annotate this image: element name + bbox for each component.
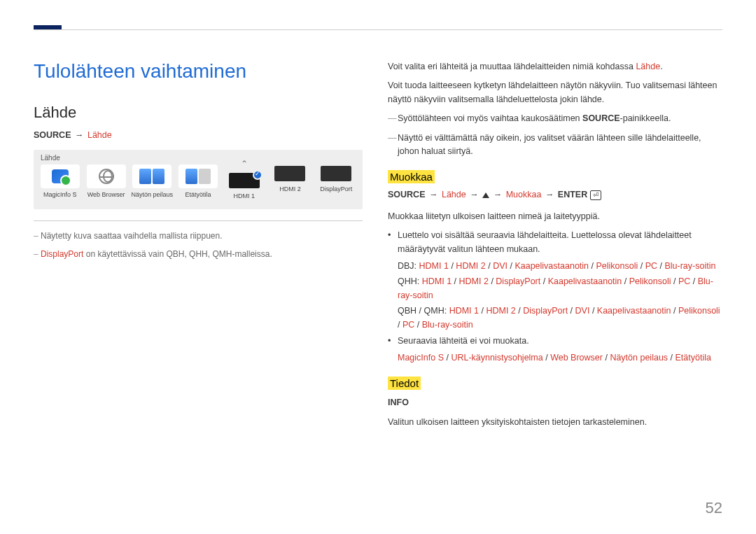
model-items: HDMI 1 / HDMI 2 / DisplayPort / Kaapeliv…: [398, 276, 713, 300]
source-item-webbrowser[interactable]: Web Browser: [85, 164, 127, 198]
bc-red: Lähde: [442, 190, 466, 199]
enter-icon: ⏎: [590, 190, 601, 200]
model-qhh: QHH: HDMI 1 / HDMI 2 / DisplayPort / Kaa…: [398, 274, 722, 302]
nomod-list: MagicInfo S / URL-käynnistysohjelma / We…: [398, 351, 722, 365]
separator: [34, 220, 363, 221]
source-item-hdmi2[interactable]: HDMI 2: [270, 164, 312, 192]
dash-note-source: Syöttölähteen voi myös vaihtaa kaukosäät…: [388, 112, 722, 125]
text: Voit valita eri lähteitä ja muuttaa lähd…: [388, 62, 636, 71]
breadcrumb-lahde: SOURCE → Lähde: [34, 130, 363, 140]
source-item-magicinfo[interactable]: MagicInfo S: [39, 164, 81, 198]
bc-kw: ENTER: [558, 190, 587, 199]
text: -painikkeella.: [620, 113, 671, 123]
intro-line-1: Voit valita eri lähteitä ja muuttaa lähd…: [388, 60, 722, 73]
left-column: Tulolähteen vaihtaminen Lähde SOURCE → L…: [34, 60, 363, 492]
text: .: [660, 62, 662, 71]
note-image-vary: Näytetty kuva saattaa vaihdella mallista…: [34, 230, 363, 242]
source-label: Näytön peilaus: [132, 191, 174, 198]
displayport-box-icon: [318, 164, 354, 183]
page-title: Tulolähteen vaihtaminen: [34, 60, 363, 83]
source-item-remote[interactable]: Etätyötila: [177, 164, 219, 198]
model-dbj: DBJ: HDMI 1 / HDMI 2 / DVI / Kaapelivast…: [398, 259, 722, 273]
page-content: Tulolähteen vaihtaminen Lähde SOURCE → L…: [34, 60, 722, 492]
bc-red: Muokkaa: [506, 190, 542, 199]
source-label: HDMI 1: [233, 192, 255, 199]
up-triangle-icon: [482, 192, 489, 198]
page-number: 52: [706, 499, 722, 517]
mirror-icon: [132, 164, 172, 188]
arrow-icon: →: [470, 190, 479, 199]
model-qbh: QBH / QMH: HDMI 1 / HDMI 2 / DisplayPort…: [398, 304, 722, 332]
text-red: Lähde: [636, 62, 660, 71]
bullet-text: Luettelo voi sisältää seuraavia lähdelai…: [398, 230, 692, 253]
muokkaa-desc: Muokkaa liitetyn ulkoisen laitteen nimeä…: [388, 210, 722, 223]
source-row: MagicInfo S Web Browser Näytön peilaus E…: [39, 164, 357, 199]
hdmi-box-icon: [227, 171, 262, 190]
note-displayport-text: on käytettävissä vain QBH, QHH, QMH-mall…: [83, 249, 272, 259]
tiedot-desc: Valitun ulkoisen laitteen yksityiskohtai…: [388, 416, 722, 429]
arrow-icon: →: [545, 190, 554, 199]
breadcrumb-target: Lähde: [88, 130, 112, 140]
model-list: DBJ: HDMI 1 / HDMI 2 / DVI / Kaapelivast…: [398, 259, 722, 332]
source-item-hdmi1[interactable]: ⌃ HDMI 1: [223, 164, 265, 199]
bullet-cannot-edit: Seuraavia lähteitä ei voi muokata. Magic…: [398, 335, 722, 365]
model-label: QBH / QMH:: [398, 306, 449, 316]
dash-note-wrong-source: Näyttö ei välttämättä näy oikein, jos va…: [388, 132, 722, 159]
source-item-displayport[interactable]: DisplayPort: [315, 164, 357, 192]
text-kw: SOURCE: [582, 113, 620, 123]
remote-icon: [178, 164, 218, 188]
info-kw: INFO: [388, 396, 722, 409]
subheading-muokkaa: Muokkaa: [388, 171, 722, 183]
subheading-tiedot: Tiedot: [388, 377, 722, 389]
bullet-text: Seuraavia lähteitä ei voi muokata.: [398, 336, 529, 346]
top-rule: [34, 29, 722, 30]
panel-title: Lähde: [39, 154, 357, 162]
mark-muokkaa: Muokkaa: [388, 170, 435, 183]
source-label: Etätyötila: [186, 191, 211, 198]
muokkaa-bullets: Luettelo voi sisältää seuraavia lähdelai…: [388, 229, 722, 365]
note-displayport-kw: DisplayPort: [41, 249, 83, 259]
arrow-icon: →: [429, 190, 438, 199]
source-label: DisplayPort: [320, 185, 352, 192]
source-item-screenmirror[interactable]: Näytön peilaus: [131, 164, 173, 198]
check-badge-icon: [253, 170, 262, 180]
source-panel: Lähde MagicInfo S Web Browser Näytön pei…: [34, 150, 363, 209]
text: Syöttölähteen voi myös vaihtaa kaukosäät…: [398, 113, 582, 123]
magicinfo-icon: [41, 164, 80, 188]
model-label: QHH:: [398, 276, 422, 286]
model-label: DBJ:: [398, 261, 419, 271]
mark-tiedot: Tiedot: [388, 377, 421, 390]
chevron-up-icon: ⌃: [241, 159, 248, 169]
source-label: MagicInfo S: [43, 191, 77, 198]
globe-icon: [87, 164, 126, 188]
breadcrumb-source-kw: SOURCE: [34, 130, 71, 140]
model-items: HDMI 1 / HDMI 2 / DVI / Kaapelivastaanot…: [419, 261, 716, 271]
breadcrumb-muokkaa: SOURCE → Lähde → → Muokkaa → ENTER ⏎: [388, 190, 722, 200]
right-column: Voit valita eri lähteitä ja muuttaa lähd…: [388, 60, 722, 492]
note-displayport-models: DisplayPort on käytettävissä vain QBH, Q…: [34, 248, 363, 260]
hdmi-box-icon: [272, 164, 307, 183]
intro-line-2: Voit tuoda laitteeseen kytketyn lähdelai…: [388, 79, 722, 106]
arrow-icon: →: [493, 190, 503, 199]
bc-kw: SOURCE: [388, 190, 425, 199]
section-heading-source: Lähde: [34, 104, 363, 122]
arrow-icon: →: [75, 130, 84, 140]
source-label: HDMI 2: [279, 185, 301, 192]
nomod-items: MagicInfo S / URL-käynnistysohjelma / We…: [398, 351, 722, 365]
source-label: Web Browser: [88, 191, 125, 198]
bullet-sources-list: Luettelo voi sisältää seuraavia lähdelai…: [398, 229, 722, 332]
